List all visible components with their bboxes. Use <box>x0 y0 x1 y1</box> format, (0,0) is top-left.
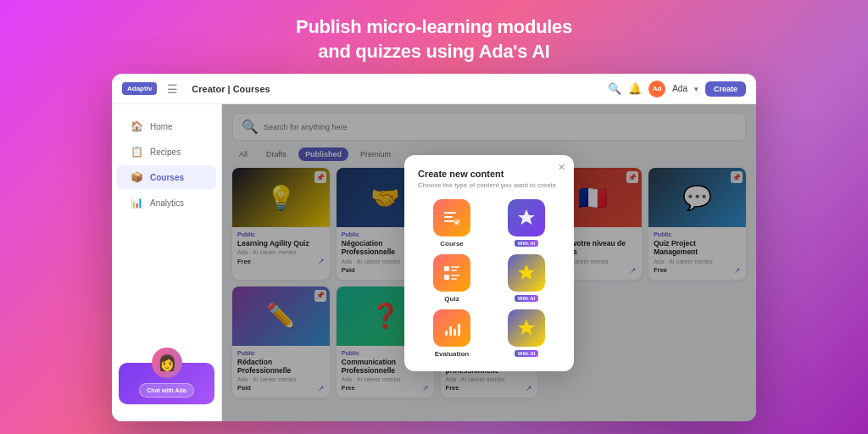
sidebar-item-recipes[interactable]: 📋 Recipes <box>117 140 216 164</box>
create-content-modal: ✕ Create new content Choose the type of … <box>404 155 574 371</box>
modal-option-course-label: Course <box>440 240 464 248</box>
svg-rect-4 <box>444 266 449 271</box>
svg-rect-8 <box>451 275 459 276</box>
modal-option-quiz-label: Quiz <box>444 295 459 303</box>
sidebar-item-analytics-label: Analytics <box>150 198 184 208</box>
modal-options-grid: Course With AI <box>418 199 560 358</box>
sidebar-item-courses[interactable]: 📦 Courses <box>117 165 216 189</box>
with-ai-badge-course: With AI <box>515 240 538 247</box>
main-layout: 🏠 Home 📋 Recipes 📦 Courses 📊 Analytics 👩… <box>112 104 756 421</box>
modal-option-eval-label: Evaluation <box>435 350 469 358</box>
modal-title: Create new content <box>418 169 560 179</box>
analytics-icon: 📊 <box>131 197 143 209</box>
content-area: 🔍 All Drafts Published Premium 💡 📌 <box>222 104 756 421</box>
logo-badge: Adaptiv <box>122 82 157 95</box>
user-name: Ada <box>672 84 687 93</box>
sidebar-item-home[interactable]: 🏠 Home <box>117 114 216 138</box>
create-button[interactable]: Create <box>705 81 746 97</box>
svg-rect-11 <box>449 326 452 336</box>
modal-overlay[interactable]: ✕ Create new content Choose the type of … <box>222 104 756 421</box>
sidebar-item-home-label: Home <box>150 122 173 131</box>
svg-rect-7 <box>451 270 457 271</box>
chat-ada-button[interactable]: Chat with Ada <box>139 383 193 398</box>
topbar-icons: 🔍 🔔 Ad Ada ▾ Create <box>608 81 746 97</box>
avatar[interactable]: Ad <box>648 81 665 97</box>
sidebar-bottom: 👩 Chat with Ada <box>112 356 221 411</box>
modal-option-course-ai[interactable]: With AI <box>492 199 560 248</box>
modal-close-button[interactable]: ✕ <box>558 162 565 173</box>
modal-option-quiz[interactable]: Quiz <box>418 254 486 303</box>
svg-rect-13 <box>458 324 460 336</box>
topbar: Adaptiv ☰ Creator | Courses 🔍 🔔 Ad Ada ▾… <box>112 74 756 104</box>
eval-ai-icon-box <box>508 309 545 347</box>
topbar-title: Creator | Courses <box>192 84 601 94</box>
svg-rect-5 <box>444 275 449 280</box>
headline-line2: and quizzes using Ada's AI <box>296 40 572 64</box>
svg-rect-2 <box>444 220 454 222</box>
recipes-icon: 📋 <box>131 146 143 158</box>
modal-option-course[interactable]: Course <box>418 199 486 248</box>
sidebar-item-courses-label: Courses <box>150 173 184 182</box>
headline-line1: Publish micro-learning modules <box>296 15 572 40</box>
sidebar: 🏠 Home 📋 Recipes 📦 Courses 📊 Analytics 👩… <box>112 104 222 421</box>
quiz-ai-icon-box <box>508 254 545 292</box>
chat-ada-box: 👩 Chat with Ada <box>119 363 214 404</box>
ada-figure: 👩 <box>152 348 182 378</box>
course-icon-box <box>433 199 470 236</box>
hamburger-icon[interactable]: ☰ <box>167 82 178 96</box>
svg-rect-1 <box>444 216 453 218</box>
course-ai-icon-box <box>508 199 545 236</box>
modal-subtitle: Choose the type of content you want to c… <box>418 181 560 189</box>
quiz-icon-box <box>433 254 470 292</box>
svg-rect-6 <box>451 266 459 268</box>
svg-rect-0 <box>444 212 456 214</box>
home-icon: 🏠 <box>131 120 143 132</box>
eval-icon-box <box>433 309 470 347</box>
headline: Publish micro-learning modules and quizz… <box>279 0 589 74</box>
search-icon[interactable]: 🔍 <box>608 82 621 95</box>
svg-rect-9 <box>451 278 457 280</box>
modal-option-eval-ai[interactable]: With AI <box>492 309 560 358</box>
modal-option-quiz-ai[interactable]: With AI <box>492 254 560 303</box>
chevron-down-icon[interactable]: ▾ <box>694 85 698 93</box>
with-ai-badge-quiz: With AI <box>515 295 538 302</box>
with-ai-badge-eval: With AI <box>515 350 538 357</box>
modal-option-eval[interactable]: Evaluation <box>418 309 486 358</box>
sidebar-item-recipes-label: Recipes <box>150 147 181 157</box>
courses-icon: 📦 <box>131 171 143 183</box>
svg-rect-12 <box>453 329 456 336</box>
bell-icon[interactable]: 🔔 <box>628 82 642 95</box>
svg-rect-10 <box>445 331 448 336</box>
app-window: Adaptiv ☰ Creator | Courses 🔍 🔔 Ad Ada ▾… <box>112 74 756 421</box>
sidebar-item-analytics[interactable]: 📊 Analytics <box>117 191 216 214</box>
